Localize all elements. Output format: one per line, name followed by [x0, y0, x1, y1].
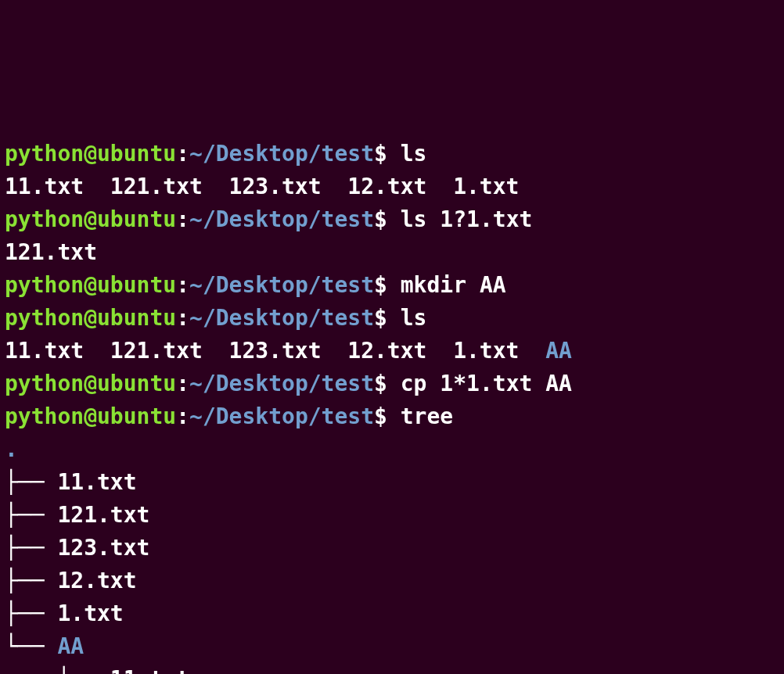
- prompt-at: @: [84, 371, 97, 396]
- command-3: mkdir AA: [401, 272, 506, 298]
- prompt-line-2: python@ubuntu:~/Desktop/test$ ls 1?1.txt: [5, 203, 779, 236]
- output-ls-3-files: 11.txt 121.txt 123.txt 12.txt 1.txt: [5, 338, 545, 364]
- prompt-path: ~/Desktop/test: [189, 371, 374, 396]
- tree-item-7: ├── 11.txt: [5, 663, 779, 674]
- prompt-at: @: [84, 206, 97, 232]
- prompt-path: ~/Desktop/test: [189, 403, 374, 429]
- prompt-path: ~/Desktop/test: [189, 272, 374, 298]
- output-ls-2: 121.txt: [5, 236, 779, 269]
- prompt-user: python: [5, 371, 84, 396]
- prompt-line-1: python@ubuntu:~/Desktop/test$ ls: [5, 138, 779, 170]
- prompt-line-3: python@ubuntu:~/Desktop/test$ mkdir AA: [5, 269, 779, 302]
- terminal-output[interactable]: python@ubuntu:~/Desktop/test$ ls11.txt 1…: [5, 138, 779, 674]
- command-5: cp 1*1.txt AA: [401, 371, 572, 396]
- prompt-line-6: python@ubuntu:~/Desktop/test$ tree: [5, 400, 779, 433]
- prompt-dollar: $: [374, 141, 387, 167]
- output-ls-1: 11.txt 121.txt 123.txt 12.txt 1.txt: [5, 170, 779, 203]
- prompt-path: ~/Desktop/test: [189, 305, 374, 331]
- tree-item-4: ├── 12.txt: [5, 565, 779, 597]
- tree-item-5: ├── 1.txt: [5, 597, 779, 630]
- prompt-host: ubuntu: [97, 403, 176, 429]
- tree-item-6: └── AA: [5, 630, 779, 663]
- prompt-path: ~/Desktop/test: [189, 141, 374, 167]
- command-6: tree: [401, 403, 453, 429]
- tree-item-1: ├── 11.txt: [5, 466, 779, 499]
- prompt-user: python: [5, 305, 84, 331]
- prompt-host: ubuntu: [97, 371, 176, 396]
- prompt-at: @: [84, 305, 97, 331]
- prompt-colon: :: [176, 403, 189, 429]
- prompt-dollar: $: [374, 371, 387, 396]
- prompt-host: ubuntu: [97, 141, 176, 167]
- prompt-colon: :: [176, 371, 189, 396]
- tree-prefix: └──: [5, 633, 57, 659]
- prompt-host: ubuntu: [97, 206, 176, 232]
- prompt-colon: :: [176, 141, 189, 167]
- command-2: ls 1?1.txt: [401, 206, 533, 232]
- prompt-user: python: [5, 206, 84, 232]
- tree-dir-aa: AA: [57, 633, 84, 659]
- command-4: ls: [401, 305, 427, 331]
- output-ls-3-dir: AA: [545, 338, 572, 364]
- prompt-line-4: python@ubuntu:~/Desktop/test$ ls: [5, 302, 779, 335]
- prompt-colon: :: [176, 272, 189, 298]
- command-1: ls: [401, 141, 427, 167]
- prompt-host: ubuntu: [97, 305, 176, 331]
- prompt-at: @: [84, 403, 97, 429]
- prompt-colon: :: [176, 305, 189, 331]
- output-ls-3: 11.txt 121.txt 123.txt 12.txt 1.txt AA: [5, 335, 779, 367]
- prompt-user: python: [5, 141, 84, 167]
- prompt-path: ~/Desktop/test: [189, 206, 374, 232]
- prompt-dollar: $: [374, 305, 387, 331]
- prompt-dollar: $: [374, 403, 387, 429]
- prompt-colon: :: [176, 206, 189, 232]
- prompt-line-5: python@ubuntu:~/Desktop/test$ cp 1*1.txt…: [5, 367, 779, 400]
- prompt-at: @: [84, 141, 97, 167]
- prompt-host: ubuntu: [97, 272, 176, 298]
- tree-item-2: ├── 121.txt: [5, 499, 779, 532]
- prompt-user: python: [5, 403, 84, 429]
- tree-root-dot: .: [5, 433, 779, 466]
- prompt-dollar: $: [374, 206, 387, 232]
- prompt-user: python: [5, 272, 84, 298]
- prompt-at: @: [84, 272, 97, 298]
- tree-item-3: ├── 123.txt: [5, 532, 779, 565]
- prompt-dollar: $: [374, 272, 387, 298]
